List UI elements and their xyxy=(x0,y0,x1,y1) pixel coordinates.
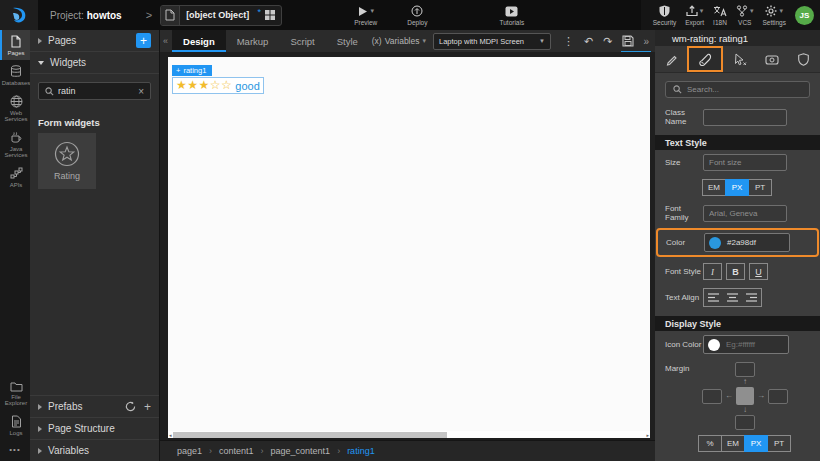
widget-search-input[interactable] xyxy=(58,86,134,96)
tab-markup[interactable]: Markup xyxy=(226,30,280,52)
pages-grid-icon[interactable] xyxy=(264,9,276,21)
unit-pt-button[interactable]: PT xyxy=(748,179,772,196)
tutorials-button[interactable]: Tutorials xyxy=(499,5,524,26)
breadcrumb-item-current[interactable]: rating1 xyxy=(347,446,375,456)
color-row-highlight: Color #2a98df xyxy=(656,228,819,257)
rating-widget-on-canvas[interactable]: + rating1 ★★★☆☆ good xyxy=(172,59,264,94)
icon-color-picker[interactable] xyxy=(703,335,789,354)
font-size-input[interactable] xyxy=(703,154,787,171)
chevron-down-icon: ▾ xyxy=(750,7,754,15)
settings-button[interactable]: ▾ Settings xyxy=(763,5,787,26)
export-button[interactable]: ▾ Export xyxy=(685,5,704,26)
tab-security[interactable] xyxy=(788,46,820,72)
undo-button[interactable]: ↶ xyxy=(579,35,598,48)
canvas-menu-button[interactable]: ⋮ xyxy=(558,35,579,48)
redo-button[interactable]: ↷ xyxy=(598,35,617,48)
i18n-button[interactable]: I18N xyxy=(713,5,727,26)
tab-properties[interactable] xyxy=(655,46,687,72)
icon-color-input[interactable] xyxy=(726,340,780,349)
pages-section-header[interactable]: Pages + xyxy=(30,30,159,52)
arrow-left-icon: ← xyxy=(725,392,733,400)
unit-em-button[interactable]: EM xyxy=(702,179,726,196)
clear-search-icon[interactable]: × xyxy=(138,86,144,97)
margin-bottom-input[interactable] xyxy=(735,415,755,430)
align-right-button[interactable] xyxy=(742,289,761,306)
property-search-input[interactable] xyxy=(687,85,802,94)
security-button[interactable]: Security xyxy=(653,5,676,26)
page-structure-section-header[interactable]: Page Structure xyxy=(30,417,159,439)
breadcrumb-item[interactable]: page_content1 xyxy=(271,446,331,456)
tab-styles[interactable] xyxy=(687,46,723,72)
unit-px-button[interactable]: PX xyxy=(744,435,768,452)
rail-item-java-services[interactable]: Java Services xyxy=(0,126,30,162)
tab-device[interactable] xyxy=(756,46,788,72)
scrollbar-thumb[interactable] xyxy=(173,432,448,438)
align-center-button[interactable] xyxy=(723,289,742,306)
rail-item-pages[interactable]: Pages xyxy=(0,30,30,60)
folder-icon xyxy=(10,381,23,392)
underline-button[interactable]: U xyxy=(749,263,768,280)
font-family-input[interactable] xyxy=(703,205,787,222)
tab-events[interactable] xyxy=(723,46,755,72)
variables-button[interactable]: (x) Variables ▾ xyxy=(372,36,426,46)
preview-button[interactable]: ▾ Preview xyxy=(354,5,377,26)
topbar-actions: ▾ Preview Deploy Tutorials xyxy=(354,5,524,26)
arrow-right-icon: → xyxy=(757,392,765,400)
rail-item-apis[interactable]: APIs xyxy=(0,162,30,192)
bold-button[interactable]: B xyxy=(726,263,745,280)
widgets-section-header[interactable]: Widgets xyxy=(30,52,159,74)
breadcrumb-item[interactable]: content1 xyxy=(219,446,254,456)
breadcrumb-item[interactable]: page1 xyxy=(177,446,202,456)
tab-design[interactable]: Design xyxy=(172,30,226,52)
margin-right-input[interactable] xyxy=(768,389,788,404)
rail-item-file-explorer[interactable]: File Explorer xyxy=(0,376,30,410)
device-select[interactable]: Laptop with MDPI Screen ▼ xyxy=(433,33,551,50)
rail-item-logs[interactable]: Logs xyxy=(0,410,30,440)
size-label: Size xyxy=(665,158,703,167)
align-left-button[interactable] xyxy=(704,289,723,306)
tab-style[interactable]: Style xyxy=(326,30,369,52)
logo-icon xyxy=(9,5,29,25)
scroll-right-icon[interactable]: ▸ xyxy=(645,432,650,438)
unit-em-button[interactable]: EM xyxy=(721,435,745,452)
italic-button[interactable]: I xyxy=(703,263,722,280)
icon-color-row: Icon Color xyxy=(655,331,820,358)
collapse-panel-button[interactable]: « xyxy=(160,36,172,46)
refresh-icon[interactable] xyxy=(125,401,136,412)
unit-pt-button[interactable]: PT xyxy=(767,435,791,452)
shield-outline-icon xyxy=(798,53,809,66)
text-color-picker[interactable]: #2a98df xyxy=(704,233,790,252)
user-avatar[interactable]: JS xyxy=(795,6,814,25)
deploy-button[interactable]: Deploy xyxy=(407,5,427,26)
save-button[interactable] xyxy=(617,35,639,47)
page-name-input[interactable] xyxy=(180,10,257,20)
left-panel-bottom: Prefabs + Page Structure Variables xyxy=(30,395,159,461)
rail-item-databases[interactable]: Databases xyxy=(0,60,30,90)
design-canvas-page[interactable]: + rating1 ★★★☆☆ good xyxy=(168,57,650,431)
color-swatch[interactable] xyxy=(709,237,721,249)
margin-top-input[interactable] xyxy=(735,362,755,377)
add-page-button[interactable]: + xyxy=(136,33,151,48)
breadcrumb-separator: › xyxy=(337,446,340,456)
prefabs-section-header[interactable]: Prefabs + xyxy=(30,395,159,417)
variables-section-header[interactable]: Variables xyxy=(30,439,159,461)
caret-right-icon xyxy=(38,448,42,454)
tab-script[interactable]: Script xyxy=(279,30,325,52)
chevron-down-icon: ▾ xyxy=(422,37,426,45)
unit-px-button[interactable]: PX xyxy=(725,179,749,196)
page-selector[interactable]: * xyxy=(160,5,282,26)
wavemaker-logo[interactable] xyxy=(0,0,38,30)
rail-more-button[interactable]: ••• xyxy=(0,440,30,461)
save-icon xyxy=(622,35,634,47)
expand-panel-button[interactable]: » xyxy=(639,36,655,47)
add-prefab-button[interactable]: + xyxy=(144,400,151,414)
widget-selection-tag[interactable]: + rating1 xyxy=(172,65,212,76)
rail-item-web-services[interactable]: Web Services xyxy=(0,90,30,126)
rating-widget-tile[interactable]: Rating xyxy=(38,133,96,189)
class-name-input[interactable] xyxy=(703,109,787,126)
icon-color-swatch[interactable] xyxy=(708,339,720,351)
vcs-button[interactable]: ▾ VCS xyxy=(736,5,754,26)
unit-percent-button[interactable]: % xyxy=(698,435,722,452)
horizontal-scrollbar[interactable]: ◂ ▸ xyxy=(168,431,650,438)
margin-left-input[interactable] xyxy=(702,389,722,404)
